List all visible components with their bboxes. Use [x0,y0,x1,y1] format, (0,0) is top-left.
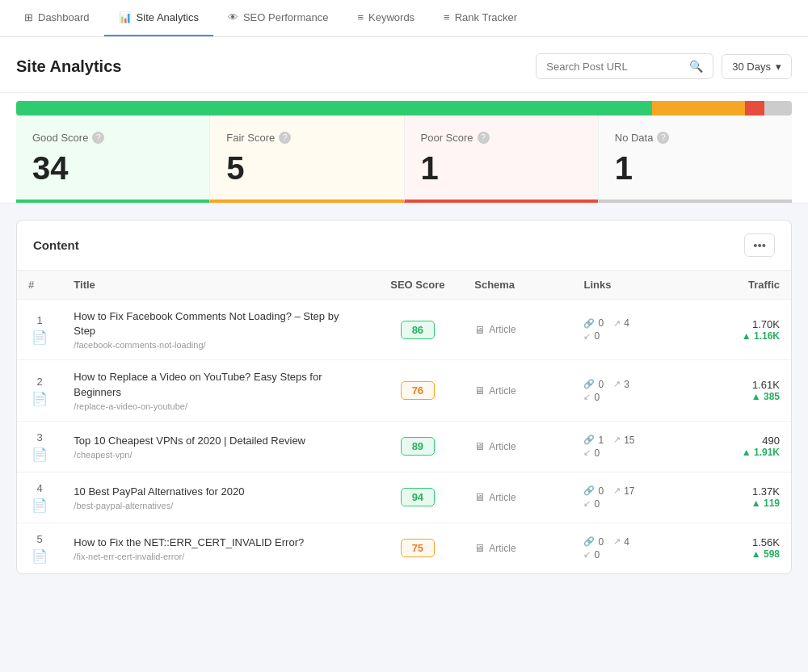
score-card-poor: Poor Score ? 1 [404,116,598,203]
tab-rank-tracker[interactable]: ≡ Rank Tracker [429,0,532,36]
page-header: Site Analytics 🔍 30 Days ▾ [0,37,808,93]
row-seo-cell: 76 [372,360,464,421]
score-card-good: Good Score ? 34 [16,116,209,203]
row-number: 2 [37,376,43,388]
row-schema-cell: 🖥 Article [463,360,572,421]
row-title-cell: Top 10 Cheapest VPNs of 2020 | Detailed … [62,421,372,472]
header-controls: 🔍 30 Days ▾ [536,53,792,79]
table-row: 4 📄 10 Best PayPal Alternatives for 2020… [17,472,791,523]
external-links-count: 4 [624,317,629,329]
external-link-icon: ↗ [613,435,621,445]
more-options-button[interactable]: ••• [744,233,775,257]
table-row: 2 📄 How to Replace a Video on YouTube? E… [17,360,791,421]
tab-keywords[interactable]: ≡ Keywords [343,0,429,36]
search-box[interactable]: 🔍 [536,53,713,79]
score-cards: Good Score ? 34 Fair Score ? 5 Poor Scor… [0,116,808,204]
seo-badge[interactable]: 75 [401,539,435,557]
post-title[interactable]: How to Fix Facebook Comments Not Loading… [74,309,360,338]
row-traffic-cell: 490 ▲ 1.91K [672,421,791,472]
internal-link-icon: 🔗 [583,318,595,329]
table-row: 5 📄 How to Fix the NET::ERR_CERT_INVALID… [17,523,791,573]
post-url: /replace-a-video-on-youtube/ [74,401,360,411]
row-schema-cell: 🖥 Article [463,472,572,523]
external-link-icon: ↗ [613,536,621,547]
post-url: /fix-net-err-cert-invalid-error/ [74,552,360,561]
fair-score-label-text: Fair Score [226,132,275,144]
backlinks-count: 0 [594,330,600,342]
row-traffic-cell: 1.56K ▲ 598 [672,523,791,573]
internal-link-icon: 🔗 [583,485,595,496]
external-link-icon: ↗ [613,318,621,329]
main-content: Content ••• # Title SEO Score Schema Lin… [0,204,808,590]
tab-site-analytics[interactable]: 📊 Site Analytics [104,0,213,36]
tab-seo-performance-label: SEO Performance [243,11,329,23]
internal-link-icon: 🔗 [583,536,595,547]
schema-icon: 🖥 [474,440,485,452]
traffic-change-value: ▲ 119 [684,498,780,509]
external-link-icon: ↗ [613,485,621,496]
external-links-count: 17 [624,485,634,497]
row-num-cell: 1 📄 [17,300,62,360]
seo-performance-icon: 👁 [228,11,238,23]
backlinks-count: 0 [594,498,600,510]
post-icon: 📄 [32,330,48,345]
post-title[interactable]: Top 10 Cheapest VPNs of 2020 | Detailed … [74,434,360,448]
internal-link-icon: 🔗 [583,379,595,389]
col-header-num: # [17,271,62,300]
poor-score-label-text: Poor Score [421,132,473,144]
nodata-score-help-icon[interactable]: ? [657,132,669,144]
good-score-help-icon[interactable]: ? [92,132,104,144]
score-bar [16,101,792,116]
row-seo-cell: 94 [372,472,464,523]
post-title[interactable]: 10 Best PayPal Alternatives for 2020 [74,485,360,499]
row-title-cell: 10 Best PayPal Alternatives for 2020 /be… [62,472,372,523]
schema-icon: 🖥 [474,384,485,397]
schema-icon: 🖥 [474,324,485,336]
tab-dashboard[interactable]: ⊞ Dashboard [10,0,104,36]
search-input[interactable] [546,61,683,73]
backlink-icon: ↙ [583,447,591,458]
row-title-cell: How to Fix Facebook Comments Not Loading… [62,300,372,360]
row-links-cell: 🔗 0 ↗ 4 ↙ 0 [572,300,672,360]
external-links-count: 3 [624,379,629,390]
tab-seo-performance[interactable]: 👁 SEO Performance [213,0,343,36]
row-traffic-cell: 1.61K ▲ 385 [672,360,791,421]
post-title[interactable]: How to Replace a Video on YouTube? Easy … [74,370,360,399]
days-select[interactable]: 30 Days ▾ [722,54,792,79]
site-analytics-icon: 📊 [119,11,132,23]
row-num-cell: 5 📄 [17,523,62,573]
score-bar-nodata [764,101,792,116]
backlink-icon: ↙ [583,498,591,509]
schema-icon: 🖥 [474,491,485,503]
tab-site-analytics-label: Site Analytics [137,11,199,23]
poor-score-help-icon[interactable]: ? [478,132,490,144]
tab-rank-tracker-label: Rank Tracker [455,11,517,23]
tab-keywords-label: Keywords [368,11,415,23]
seo-badge[interactable]: 86 [401,321,435,339]
seo-badge[interactable]: 94 [401,488,435,506]
search-icon: 🔍 [689,60,703,73]
row-title-cell: How to Fix the NET::ERR_CERT_INVALID Err… [62,523,372,573]
row-links-cell: 🔗 1 ↗ 15 ↙ 0 [572,421,672,472]
internal-links-count: 0 [598,379,604,390]
post-icon: 📄 [32,548,48,564]
score-bar-container [0,93,808,116]
backlink-icon: ↙ [583,549,591,560]
post-icon: 📄 [32,498,48,513]
row-schema-cell: 🖥 Article [463,300,572,360]
score-label-good: Good Score ? [32,132,193,144]
row-schema-cell: 🖥 Article [463,523,572,573]
row-num-cell: 4 📄 [17,472,62,523]
post-icon: 📄 [32,391,48,406]
fair-score-help-icon[interactable]: ? [279,132,291,144]
post-title[interactable]: How to Fix the NET::ERR_CERT_INVALID Err… [74,536,360,550]
post-url: /cheapest-vpn/ [74,450,360,460]
score-label-nodata: No Data ? [615,132,776,144]
score-card-nodata: No Data ? 1 [598,116,792,203]
traffic-change-value: ▲ 598 [684,548,780,560]
seo-badge[interactable]: 76 [401,381,435,400]
table-row: 3 📄 Top 10 Cheapest VPNs of 2020 | Detai… [17,421,791,472]
nodata-score-label-text: No Data [615,132,654,144]
seo-badge[interactable]: 89 [401,437,435,456]
nav-tabs: ⊞ Dashboard 📊 Site Analytics 👁 SEO Perfo… [0,0,808,37]
